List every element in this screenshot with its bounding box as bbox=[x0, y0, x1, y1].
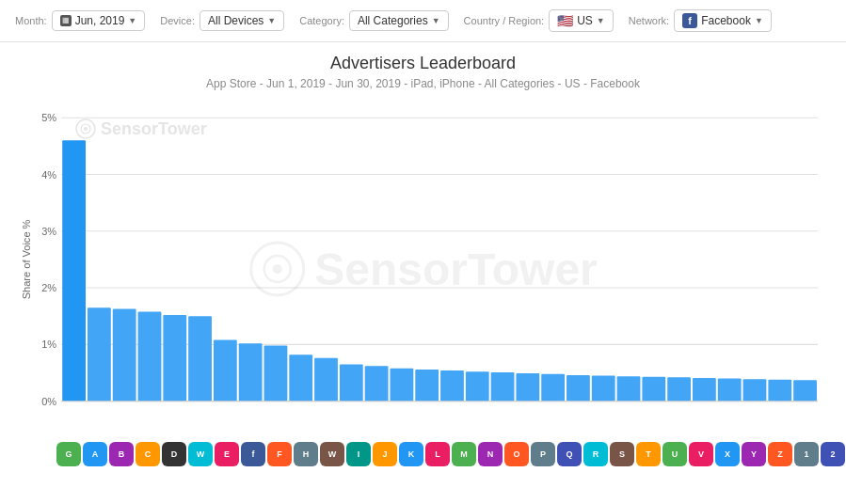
app-icon: V bbox=[689, 442, 713, 466]
category-label: Category: bbox=[299, 15, 344, 26]
svg-rect-31 bbox=[391, 369, 414, 402]
app-icon: F bbox=[267, 442, 292, 466]
chart-subtitle: App Store - Jun 1, 2019 - Jun 30, 2019 -… bbox=[19, 77, 827, 90]
svg-text:1%: 1% bbox=[41, 339, 56, 350]
svg-rect-44 bbox=[718, 379, 742, 402]
network-filter-group: Network: f Facebook ▼ bbox=[629, 9, 772, 32]
toolbar: Month: ▦ Jun, 2019 ▼ Device: All Devices… bbox=[0, 0, 846, 42]
svg-rect-22 bbox=[163, 315, 186, 402]
svg-rect-47 bbox=[793, 380, 817, 401]
device-arrow: ▼ bbox=[267, 16, 276, 25]
month-value: Jun, 2019 bbox=[75, 14, 125, 27]
country-flag: 🇺🇸 bbox=[557, 13, 573, 28]
network-label: Network: bbox=[629, 15, 669, 26]
watermark-text-small: SensorTower bbox=[101, 119, 207, 139]
svg-rect-34 bbox=[466, 371, 489, 401]
svg-text:3%: 3% bbox=[41, 226, 56, 237]
app-icon: 1 bbox=[794, 442, 819, 466]
app-icon: T bbox=[636, 442, 661, 466]
svg-text:2%: 2% bbox=[41, 282, 56, 293]
category-value: All Categories bbox=[358, 14, 428, 27]
svg-rect-27 bbox=[289, 354, 312, 401]
svg-point-2 bbox=[84, 127, 88, 131]
app-icon: I bbox=[346, 442, 371, 466]
country-filter-group: Country / Region: 🇺🇸 US ▼ bbox=[464, 9, 614, 32]
month-arrow: ▼ bbox=[128, 16, 136, 25]
app-icon: H bbox=[294, 442, 318, 466]
app-icon: X bbox=[715, 442, 740, 466]
app-icon: L bbox=[425, 442, 450, 466]
sensortower-icon-small bbox=[75, 118, 96, 139]
device-dropdown[interactable]: All Devices ▼ bbox=[200, 10, 284, 31]
svg-rect-20 bbox=[113, 308, 136, 401]
app-icon: K bbox=[399, 442, 423, 466]
svg-rect-24 bbox=[214, 340, 237, 402]
network-value: Facebook bbox=[701, 14, 751, 27]
svg-rect-29 bbox=[340, 364, 363, 401]
svg-rect-39 bbox=[592, 376, 615, 402]
chart-container: Advertisers Leaderboard App Store - Jun … bbox=[0, 42, 846, 438]
app-icon: Y bbox=[742, 442, 766, 466]
svg-rect-43 bbox=[693, 378, 716, 402]
svg-rect-30 bbox=[365, 366, 389, 401]
svg-rect-40 bbox=[617, 376, 641, 402]
app-icon: W bbox=[320, 442, 344, 466]
category-arrow: ▼ bbox=[432, 16, 440, 25]
month-filter-group: Month: ▦ Jun, 2019 ▼ bbox=[15, 10, 145, 31]
svg-rect-28 bbox=[314, 358, 338, 402]
svg-rect-38 bbox=[567, 375, 590, 402]
app-icon: O bbox=[504, 442, 529, 466]
facebook-icon: f bbox=[682, 13, 697, 28]
device-label: Device: bbox=[160, 15, 195, 26]
app-icon: U bbox=[662, 442, 687, 466]
app-icon: D bbox=[162, 442, 186, 466]
svg-rect-42 bbox=[667, 377, 691, 401]
svg-rect-18 bbox=[62, 140, 86, 401]
svg-rect-25 bbox=[239, 343, 263, 401]
device-filter-group: Device: All Devices ▼ bbox=[160, 10, 284, 31]
watermark-small: SensorTower bbox=[75, 118, 207, 139]
category-dropdown[interactable]: All Categories ▼ bbox=[349, 10, 449, 31]
chart-title: Advertisers Leaderboard bbox=[19, 54, 827, 73]
app-icon: M bbox=[452, 442, 476, 466]
app-icon: f bbox=[241, 442, 265, 466]
category-filter-group: Category: All Categories ▼ bbox=[299, 10, 448, 31]
app-icon: A bbox=[83, 442, 107, 466]
app-icon: N bbox=[478, 442, 503, 466]
svg-rect-37 bbox=[541, 374, 565, 402]
svg-rect-32 bbox=[415, 370, 439, 402]
network-dropdown[interactable]: f Facebook ▼ bbox=[674, 9, 772, 32]
app-icon: E bbox=[215, 442, 239, 466]
app-icon: W bbox=[188, 442, 213, 466]
app-icon: J bbox=[373, 442, 397, 466]
svg-rect-23 bbox=[188, 316, 212, 401]
svg-rect-21 bbox=[138, 311, 162, 401]
country-label: Country / Region: bbox=[464, 15, 545, 26]
svg-text:Share of Voice %: Share of Voice % bbox=[21, 219, 32, 299]
app-icon: C bbox=[136, 442, 160, 466]
network-arrow: ▼ bbox=[755, 16, 763, 25]
svg-rect-36 bbox=[516, 373, 539, 402]
chart-area: SensorTower SensorTower 0%1%2%3%4%5%Shar… bbox=[19, 100, 827, 438]
svg-rect-19 bbox=[88, 307, 111, 401]
country-arrow: ▼ bbox=[597, 16, 605, 25]
app-icon: Q bbox=[557, 442, 582, 466]
chart-svg: 0%1%2%3%4%5%Share of Voice % bbox=[19, 100, 827, 438]
country-dropdown[interactable]: 🇺🇸 US ▼ bbox=[549, 9, 614, 32]
svg-rect-46 bbox=[768, 380, 791, 402]
svg-rect-41 bbox=[642, 377, 665, 402]
country-value: US bbox=[577, 14, 593, 27]
month-dropdown[interactable]: ▦ Jun, 2019 ▼ bbox=[52, 10, 146, 31]
svg-text:4%: 4% bbox=[41, 169, 56, 181]
app-icon: R bbox=[583, 442, 608, 466]
month-label: Month: bbox=[15, 15, 47, 26]
svg-rect-33 bbox=[440, 370, 464, 402]
app-icon: Z bbox=[768, 442, 792, 466]
svg-text:5%: 5% bbox=[41, 112, 56, 123]
svg-rect-35 bbox=[491, 372, 515, 402]
app-icon: S bbox=[610, 442, 634, 466]
app-icon: G bbox=[56, 442, 81, 466]
app-icons-row: GABCDWEfFHWIJKLMNOPQRSTUVXYZ12 bbox=[0, 438, 846, 470]
app-icon: B bbox=[109, 442, 134, 466]
device-value: All Devices bbox=[208, 14, 263, 27]
